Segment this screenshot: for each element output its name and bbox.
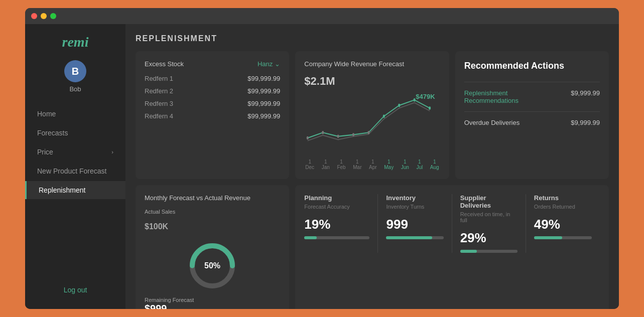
page-title: REPLENISHMENT xyxy=(136,34,609,43)
progress-bar-fill xyxy=(534,236,562,239)
progress-bar-fill xyxy=(304,236,317,239)
chevron-down-icon: ⌄ xyxy=(275,60,280,68)
progress-bar-fill xyxy=(460,250,477,253)
metric-returns: Returns Orders Returned 49% xyxy=(526,194,600,253)
remaining-forecast-value: $999 xyxy=(145,303,280,309)
list-item: Redfern 2 $99,999.99 xyxy=(145,87,280,95)
dashboard-grid: Excess Stock Hanz ⌄ Redfern 1 $99,999.99… xyxy=(136,51,609,309)
metrics-card: Planning Forecast Accuracy 19% Inventory… xyxy=(295,185,609,309)
excess-stock-card: Excess Stock Hanz ⌄ Redfern 1 $99,999.99… xyxy=(136,51,289,179)
chart-month-jan: 1Jan xyxy=(322,159,330,170)
chart-month-feb: 1Feb xyxy=(337,159,345,170)
list-item: Redfern 3 $99,999.99 xyxy=(145,100,280,107)
excess-items-list: Redfern 1 $99,999.99 Redfern 2 $99,999.9… xyxy=(145,75,280,120)
excess-stock-title: Excess Stock xyxy=(145,60,184,68)
sidebar-item-price[interactable]: Price › xyxy=(25,143,125,161)
chevron-down-icon: › xyxy=(111,149,113,155)
svg-point-4 xyxy=(368,131,370,134)
metrics-grid: Planning Forecast Accuracy 19% Inventory… xyxy=(304,194,600,253)
monthly-forecast-card: Monthly Forecast vs Actual Revenue Actua… xyxy=(136,185,289,309)
revenue-forecast-card: Company Wide Revenue Forecast $2.1M $479… xyxy=(295,51,449,179)
svg-text:50%: 50% xyxy=(204,261,220,270)
progress-bar-bg xyxy=(386,236,443,239)
remaining-forecast-label: Remaining Forecast xyxy=(145,297,280,303)
excess-stock-header: Excess Stock Hanz ⌄ xyxy=(145,60,280,68)
svg-point-5 xyxy=(383,115,385,118)
revenue-forecast-header: Company Wide Revenue Forecast xyxy=(304,60,440,68)
progress-bar-fill xyxy=(386,236,432,239)
close-button[interactable] xyxy=(31,13,37,19)
metric-inventory: Inventory Inventory Turns 999 xyxy=(378,194,452,253)
chart-month-mar: 1Mar xyxy=(353,159,361,170)
chart-svg xyxy=(304,92,440,157)
username: Bob xyxy=(69,85,81,93)
actual-sales-value: $100K xyxy=(145,217,280,233)
app-body: remi B Bob Home Forecasts Price › New Pr… xyxy=(25,24,619,309)
logout-button[interactable]: Log out xyxy=(25,281,125,299)
revenue-main-value: $2.1M xyxy=(304,75,440,88)
app-window: remi B Bob Home Forecasts Price › New Pr… xyxy=(25,8,619,309)
svg-point-2 xyxy=(337,135,339,138)
rec-item-replenishment: Replenishment Recommendations $9,999.99 xyxy=(464,82,600,111)
progress-bar-bg xyxy=(304,236,369,239)
hanz-selector[interactable]: Hanz ⌄ xyxy=(257,60,280,68)
chart-month-jun: 1Jun xyxy=(401,159,409,170)
sidebar: remi B Bob Home Forecasts Price › New Pr… xyxy=(25,24,125,309)
metric-planning: Planning Forecast Accuracy 19% xyxy=(304,194,378,253)
donut-chart: 50% xyxy=(145,241,280,291)
titlebar xyxy=(25,8,619,24)
svg-point-1 xyxy=(322,131,324,134)
svg-point-0 xyxy=(307,136,309,140)
svg-point-8 xyxy=(429,106,431,110)
chart-month-may: 1May xyxy=(384,159,394,170)
actual-sales-label: Actual Sales xyxy=(145,209,280,215)
chart-month-jul: 1Jul xyxy=(416,159,423,170)
sidebar-nav: Home Forecasts Price › New Product Forec… xyxy=(25,105,125,281)
metric-supplier-deliveries: Supplier Deliveries Received on time, in… xyxy=(452,194,526,253)
chart-month-aug: 1Aug xyxy=(430,159,439,170)
list-item: Redfern 4 $99,999.99 xyxy=(145,112,280,120)
sidebar-item-replenishment[interactable]: Replenishment xyxy=(25,181,125,199)
revenue-highlight-value: $479K xyxy=(416,93,435,100)
maximize-button[interactable] xyxy=(50,13,56,19)
chart-month-dec: 1Dec xyxy=(305,159,314,170)
svg-point-3 xyxy=(352,133,354,136)
svg-point-6 xyxy=(399,104,401,107)
chart-month-apr: 1Apr xyxy=(369,159,377,170)
logo: remi xyxy=(25,34,125,50)
progress-bar-bg xyxy=(460,250,518,253)
sidebar-item-forecasts[interactable]: Forecasts xyxy=(25,124,125,142)
revenue-chart: $479K xyxy=(304,92,440,157)
sidebar-item-new-product-forecast[interactable]: New Product Forecast xyxy=(25,162,125,180)
minimize-button[interactable] xyxy=(41,13,47,19)
avatar: B xyxy=(64,60,86,82)
sidebar-item-home[interactable]: Home xyxy=(25,105,125,123)
monthly-forecast-title: Monthly Forecast vs Actual Revenue xyxy=(145,194,280,202)
progress-bar-bg xyxy=(534,236,592,239)
revenue-forecast-title: Company Wide Revenue Forecast xyxy=(304,60,404,68)
main-content: REPLENISHMENT Excess Stock Hanz ⌄ Redfer… xyxy=(125,24,619,309)
donut-svg: 50% xyxy=(187,241,237,291)
chart-months: 1Dec 1Jan 1Feb 1Mar 1Apr 1May 1Jun 1Jul … xyxy=(304,159,440,170)
user-profile: B Bob xyxy=(25,60,125,93)
recommended-actions-card: Recommended Actions Replenishment Recomm… xyxy=(455,51,609,179)
rec-item-overdue: Overdue Deliveries $9,999.99 xyxy=(464,111,600,133)
recommended-actions-title: Recommended Actions xyxy=(464,60,600,72)
list-item: Redfern 1 $99,999.99 xyxy=(145,75,280,82)
